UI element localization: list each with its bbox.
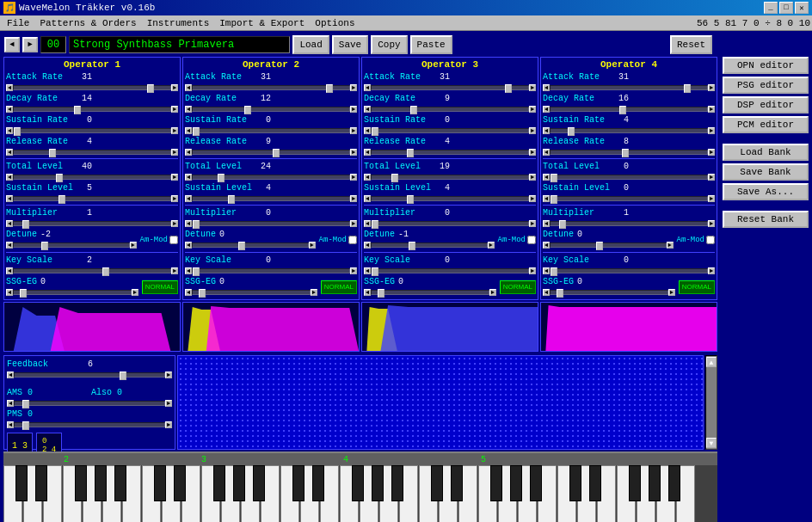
black-key-2-10[interactable] — [391, 465, 403, 501]
op4-rr-slider-right[interactable]: ► — [708, 149, 715, 156]
op4-ar-slider-track[interactable] — [550, 85, 708, 90]
ams-slider-left[interactable]: ◄ — [7, 400, 14, 407]
psg-editor-button[interactable]: PSG editor — [723, 77, 809, 94]
op3-mul-slider-right[interactable]: ► — [529, 220, 536, 227]
black-key-3-10[interactable] — [530, 465, 542, 501]
op1-ar-slider-right[interactable]: ► — [171, 84, 178, 91]
op3-ks-slider-left[interactable]: ◄ — [364, 267, 371, 274]
op3-ks-slider-track[interactable] — [371, 268, 529, 273]
dsp-editor-button[interactable]: DSP editor — [723, 96, 809, 114]
op2-detune-slider[interactable]: ◄ ► — [185, 241, 316, 249]
black-key-2-8[interactable] — [372, 465, 384, 501]
save-button[interactable]: Save — [332, 35, 368, 54]
pms-slider[interactable]: ◄ ► — [7, 421, 172, 429]
op3-sr-slider-left[interactable]: ◄ — [364, 127, 371, 134]
op2-sr-slider-track[interactable] — [192, 128, 350, 133]
black-key-0-3[interactable] — [35, 465, 47, 501]
copy-button[interactable]: Copy — [371, 35, 407, 54]
op4-sr-slider-right[interactable]: ► — [708, 127, 715, 134]
op4-rr-slider-track[interactable] — [550, 150, 708, 155]
black-key-3-6[interactable] — [490, 465, 502, 501]
op1-ssgeg-track[interactable] — [13, 290, 132, 295]
op2-mul-slider[interactable]: ◄ ► — [185, 219, 357, 228]
prev-patch-button[interactable]: ◄ — [4, 37, 20, 52]
scrollbar-down-button[interactable]: ▼ — [706, 438, 717, 448]
op1-rr-slider-left[interactable]: ◄ — [6, 149, 13, 156]
black-key-0-8[interactable] — [95, 465, 107, 501]
op4-mul-slider-right[interactable]: ► — [708, 220, 715, 227]
op3-detune-slider[interactable]: ◄ ► — [364, 241, 495, 249]
op3-tl-slider-right[interactable]: ► — [529, 174, 536, 181]
op4-tl-slider[interactable]: ◄ ► — [543, 173, 715, 181]
op2-detune-track[interactable] — [192, 243, 309, 248]
black-key-0-6[interactable] — [75, 465, 87, 501]
op3-ar-slider-right[interactable]: ► — [529, 84, 536, 91]
op2-rr-slider[interactable]: ◄ ► — [185, 148, 357, 157]
op1-detune-left[interactable]: ◄ — [6, 242, 13, 249]
op1-normal-button[interactable]: NORMAL — [142, 280, 178, 294]
op1-detune-right[interactable]: ► — [130, 242, 137, 249]
op3-ssgeg-slider[interactable]: ◄ ► — [364, 288, 496, 297]
black-key-3-1[interactable] — [431, 465, 443, 501]
op4-ar-slider-left[interactable]: ◄ — [543, 84, 550, 91]
op4-ammod-check[interactable] — [706, 236, 715, 244]
op4-sl-slider-left[interactable]: ◄ — [543, 195, 550, 202]
op2-ar-slider[interactable]: ◄ ► — [185, 83, 357, 92]
op2-dr-slider-left[interactable]: ◄ — [185, 106, 192, 113]
op3-tl-slider[interactable]: ◄ ► — [364, 173, 536, 181]
black-key-4-1[interactable] — [569, 465, 581, 501]
op1-dr-slider[interactable]: ◄ ► — [6, 105, 178, 114]
op2-sl-slider-right[interactable]: ► — [350, 195, 357, 202]
op3-ks-slider-right[interactable]: ► — [529, 267, 536, 274]
op3-sr-slider[interactable]: ◄ ► — [364, 126, 536, 135]
black-key-3-3[interactable] — [451, 465, 463, 501]
op1-sr-slider-left[interactable]: ◄ — [6, 127, 13, 134]
op3-sr-slider-track[interactable] — [371, 128, 529, 133]
black-key-1-1[interactable] — [154, 465, 166, 501]
op1-sl-slider-left[interactable]: ◄ — [6, 195, 13, 202]
op4-mul-slider[interactable]: ◄ ► — [543, 219, 715, 228]
op1-sr-slider-right[interactable]: ► — [171, 127, 178, 134]
op1-ks-slider-track[interactable] — [13, 268, 171, 273]
op3-dr-slider-right[interactable]: ► — [529, 106, 536, 113]
op4-dr-slider-track[interactable] — [550, 107, 708, 112]
pms-slider-left[interactable]: ◄ — [7, 421, 14, 428]
op3-ar-slider-left[interactable]: ◄ — [364, 84, 371, 91]
op4-normal-button[interactable]: NORMAL — [679, 280, 715, 294]
op4-sl-slider-right[interactable]: ► — [708, 195, 715, 202]
op4-ks-slider[interactable]: ◄ ► — [543, 267, 715, 275]
save-bank-button[interactable]: Save Bank — [723, 163, 809, 181]
feedback-slider-track[interactable] — [14, 372, 165, 378]
op1-sr-slider[interactable]: ◄ ► — [6, 126, 178, 135]
op3-ssgeg-left[interactable]: ◄ — [364, 289, 371, 296]
op1-ammod-check[interactable] — [169, 236, 178, 244]
op1-dr-slider-right[interactable]: ► — [171, 106, 178, 113]
black-key-4-6[interactable] — [629, 465, 641, 501]
op4-ssgeg-track[interactable] — [550, 290, 668, 295]
op3-detune-left[interactable]: ◄ — [364, 242, 371, 249]
op2-ks-slider[interactable]: ◄ ► — [185, 267, 357, 275]
op1-ks-slider-left[interactable]: ◄ — [6, 267, 13, 274]
ams-slider[interactable]: ◄ ► — [7, 399, 172, 408]
black-key-1-3[interactable] — [174, 465, 186, 501]
op1-detune-slider[interactable]: ◄ ► — [6, 241, 137, 249]
op1-mul-slider-track[interactable] — [13, 221, 171, 226]
op3-rr-slider-right[interactable]: ► — [529, 149, 536, 156]
next-patch-button[interactable]: ► — [22, 37, 38, 52]
op4-ssgeg-left[interactable]: ◄ — [543, 289, 550, 296]
reset-button[interactable]: Reset — [670, 35, 712, 54]
op1-sl-slider-right[interactable]: ► — [171, 195, 178, 202]
op4-ar-slider-right[interactable]: ► — [708, 84, 715, 91]
op2-ssgeg-track[interactable] — [192, 290, 311, 295]
op3-ssgeg-track[interactable] — [371, 290, 489, 295]
op2-ks-slider-track[interactable] — [192, 268, 350, 273]
op1-dr-slider-left[interactable]: ◄ — [6, 106, 13, 113]
op4-tl-slider-right[interactable]: ► — [708, 174, 715, 181]
black-key-2-1[interactable] — [292, 465, 304, 501]
op2-tl-slider[interactable]: ◄ ► — [185, 173, 357, 181]
op1-ks-slider-right[interactable]: ► — [171, 267, 178, 274]
op3-detune-right[interactable]: ► — [488, 242, 495, 249]
op3-sl-slider-track[interactable] — [371, 196, 529, 201]
op2-ssgeg-left[interactable]: ◄ — [185, 289, 192, 296]
op2-mul-slider-left[interactable]: ◄ — [185, 220, 192, 227]
